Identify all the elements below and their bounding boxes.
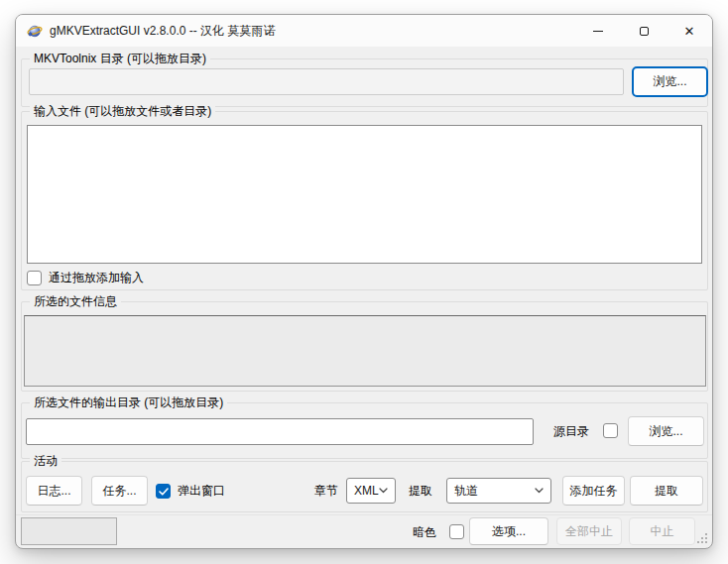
close-icon: ✕: [684, 25, 695, 38]
file-info-group-label: 所选的文件信息: [30, 294, 121, 309]
actions-group-label: 活动: [30, 454, 61, 469]
output-dir-group-label: 所选文件的输出目录 (可以拖放目录): [30, 395, 227, 410]
add-by-drag-label: 通过拖放添加输入: [49, 271, 144, 285]
maximize-icon: [640, 27, 649, 36]
chapter-format-value: XML: [354, 484, 379, 498]
maximize-button[interactable]: [621, 15, 667, 47]
mkvtoolnix-dir-group-label: MKVToolnix 目录 (可以拖放目录): [30, 52, 210, 66]
chapter-label: 章节: [314, 484, 338, 499]
app-icon: [27, 23, 43, 39]
chevron-down-icon: [379, 488, 388, 494]
add-job-button[interactable]: 添加任务: [562, 476, 625, 506]
app-window: gMKVExtractGUI v2.8.0.0 -- 汉化 莫莫雨诺 ✕ MKV…: [15, 14, 713, 549]
popup-window-checkbox[interactable]: [156, 484, 171, 499]
abort-button: 中止: [629, 517, 695, 545]
abort-all-button: 全部中止: [556, 517, 622, 545]
source-dir-checkbox[interactable]: [603, 423, 618, 438]
file-info-box[interactable]: [24, 315, 706, 387]
jobs-button[interactable]: 任务...: [91, 476, 148, 506]
source-dir-label: 源目录: [553, 424, 589, 439]
dark-mode-checkbox[interactable]: [449, 524, 464, 539]
extract-mode-value: 轨道: [454, 483, 478, 500]
chapter-format-select[interactable]: XML: [346, 478, 396, 504]
mkvtoolnix-browse-button[interactable]: 浏览...: [632, 66, 708, 97]
resize-grip[interactable]: [697, 533, 707, 543]
popup-window-label: 弹出窗口: [178, 484, 225, 499]
minimize-icon: [593, 31, 603, 32]
check-icon: [159, 488, 169, 496]
extract-button[interactable]: 提取: [630, 476, 703, 506]
extract-mode-label: 提取: [409, 484, 432, 499]
close-button[interactable]: ✕: [667, 15, 712, 47]
chevron-down-icon: [535, 488, 544, 494]
input-files-list[interactable]: [27, 125, 702, 264]
input-files-group-label: 输入文件 (可以拖放文件或者目录): [30, 104, 215, 119]
dark-mode-label: 暗色: [413, 525, 436, 540]
log-button[interactable]: 日志...: [26, 476, 82, 506]
mkvtoolnix-dir-input: [29, 68, 624, 95]
progress-bar: [21, 517, 117, 545]
file-info-group: 所选的文件信息: [21, 301, 708, 392]
output-dir-group: 所选文件的输出目录 (可以拖放目录) 源目录 浏览...: [21, 402, 708, 459]
minimize-button[interactable]: [575, 15, 621, 47]
actions-group: 活动 日志... 任务... 弹出窗口 章节 XML 提取 轨道 添加任务 提取: [21, 461, 708, 512]
window-title: gMKVExtractGUI v2.8.0.0 -- 汉化 莫莫雨诺: [50, 15, 275, 47]
options-button[interactable]: 选项...: [469, 517, 548, 545]
input-files-group: 输入文件 (可以拖放文件或者目录) 通过拖放添加输入: [21, 111, 708, 290]
statusbar-divider: [16, 514, 712, 515]
output-browse-button[interactable]: 浏览...: [628, 416, 704, 446]
output-dir-input[interactable]: [26, 418, 534, 445]
titlebar-drag-region[interactable]: gMKVExtractGUI v2.8.0.0 -- 汉化 莫莫雨诺 ✕: [16, 15, 712, 47]
mkvtoolnix-dir-group: MKVToolnix 目录 (可以拖放目录) 浏览...: [21, 58, 708, 107]
add-by-drag-checkbox[interactable]: [27, 271, 42, 285]
extract-mode-select[interactable]: 轨道: [446, 478, 551, 504]
